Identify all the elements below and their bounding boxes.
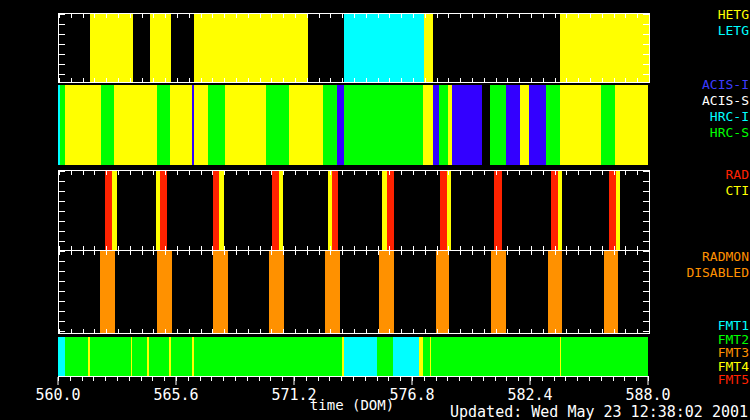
segment: [616, 171, 620, 250]
side-label-acis-s: ACIS-S: [702, 93, 749, 109]
segment: [601, 85, 615, 165]
segment: [101, 85, 114, 165]
segment: [436, 251, 450, 333]
segment: [90, 14, 133, 82]
segment: [609, 171, 616, 250]
segment: [332, 171, 338, 250]
legend-radmon: RADMONDISABLED: [686, 249, 749, 281]
side-label-acis-i: ACIS-I: [702, 77, 749, 93]
segment: [150, 14, 171, 82]
x-axis-major-tick: [294, 377, 295, 385]
segment: [344, 337, 377, 376]
legend-instrument: ACIS-IACIS-SHRC-IHRC-S: [702, 77, 749, 141]
x-axis-major-tick: [412, 377, 413, 385]
segment: [560, 85, 601, 165]
segment: [337, 85, 344, 165]
segment: [65, 85, 101, 165]
segment: [289, 85, 323, 165]
segment: [423, 85, 433, 165]
segment: [219, 171, 224, 250]
segment: [114, 85, 157, 165]
x-axis-major-tick: [530, 377, 531, 385]
segment: [560, 337, 561, 376]
segment: [308, 14, 344, 82]
segment: [88, 337, 89, 376]
updated-timestamp: Updated: Wed May 23 12:38:02 2001: [450, 403, 748, 420]
x-axis-tick-label: 588.0: [625, 386, 670, 404]
segment: [448, 85, 452, 165]
band-radmon-disabled: [58, 250, 650, 334]
segment: [133, 14, 150, 82]
segment: [156, 171, 160, 250]
segment: [112, 171, 117, 250]
segment: [170, 85, 192, 165]
segment: [419, 337, 423, 376]
segment: [440, 171, 447, 250]
segment: [169, 337, 170, 376]
side-label-hetg: HETG: [718, 7, 749, 23]
side-label-fmt1: FMT1: [718, 319, 749, 333]
x-axis-tick-label: 582.4: [507, 386, 552, 404]
legend-radzone-cti: RADCTI: [726, 167, 749, 199]
segment: [430, 337, 431, 376]
segment: [100, 251, 115, 333]
minor-ticks-bottom: [59, 78, 649, 82]
segment: [171, 14, 194, 82]
segment: [266, 85, 289, 165]
segment: [520, 85, 529, 165]
segment: [433, 14, 560, 82]
segment: [157, 85, 170, 165]
segment: [551, 171, 558, 250]
segment: [58, 85, 60, 165]
segment: [424, 14, 434, 82]
segment: [615, 85, 648, 165]
x-axis-title: time (DOM): [310, 397, 394, 413]
segment: [452, 85, 482, 165]
minor-ticks-right: [643, 171, 649, 250]
legend-formats: FMT1FMT2FMT3FMT4FMT5: [718, 319, 749, 387]
x-axis-major-tick: [58, 377, 59, 385]
segment: [131, 337, 132, 376]
side-label-fmt5: FMT5: [718, 373, 749, 387]
segment: [482, 85, 490, 165]
segment: [272, 171, 279, 250]
segment: [546, 85, 560, 165]
minor-ticks-top: [59, 251, 649, 255]
side-label-rad: RAD: [726, 167, 749, 183]
x-axis-tick-label: 576.8: [389, 386, 434, 404]
minor-ticks-left: [59, 251, 65, 333]
segment: [269, 251, 284, 333]
legend-grating: HETGLETG: [718, 7, 749, 39]
segment: [342, 337, 343, 376]
segment: [490, 85, 506, 165]
segment: [208, 85, 225, 165]
segment: [344, 14, 424, 82]
x-axis-tick-label: 560.0: [35, 386, 80, 404]
minor-ticks-bottom: [59, 329, 649, 333]
side-label-hrc-s: HRC-S: [702, 125, 749, 141]
x-axis-major-tick: [176, 377, 177, 385]
band-telemetry-format: [58, 337, 648, 376]
segment: [105, 171, 112, 250]
segment: [60, 85, 65, 165]
segment: [194, 14, 308, 82]
segment: [439, 85, 449, 165]
x-axis-tick-label: 565.6: [153, 386, 198, 404]
segment: [558, 171, 562, 250]
segment: [560, 14, 649, 82]
side-label-cti: CTI: [726, 183, 749, 199]
minor-ticks-left: [59, 171, 65, 250]
segment: [323, 85, 337, 165]
segment: [157, 251, 172, 333]
side-label-hrc-i: HRC-I: [702, 109, 749, 125]
segment: [213, 251, 228, 333]
segment: [147, 337, 148, 376]
segment: [328, 171, 332, 250]
segment: [325, 251, 340, 333]
segment: [58, 337, 65, 376]
segment: [225, 85, 266, 165]
side-label-disabled: DISABLED: [686, 265, 749, 281]
segment: [213, 171, 219, 250]
side-label-letg: LETG: [718, 23, 749, 39]
side-label-fmt3: FMT3: [718, 346, 749, 360]
